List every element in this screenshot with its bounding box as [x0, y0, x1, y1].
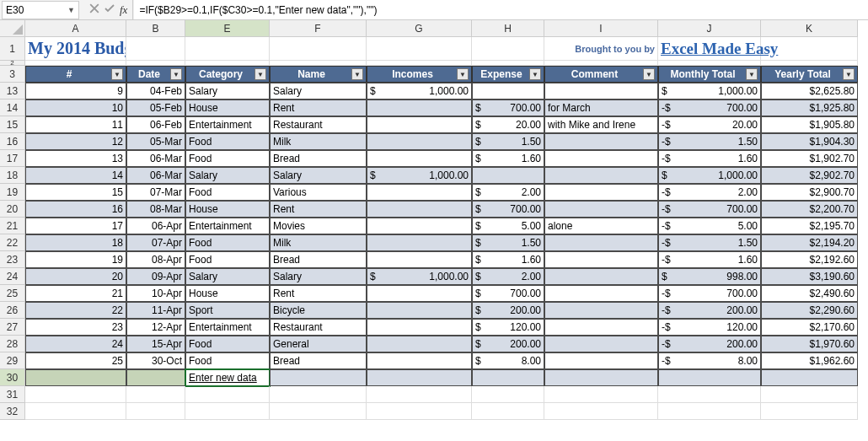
- header-expense[interactable]: Expense▼: [472, 66, 544, 83]
- cell-comment[interactable]: [544, 251, 658, 268]
- formula-input[interactable]: =IF($B29>=0.1,IF($C30>=0.1,"Enter new da…: [133, 0, 868, 19]
- row-header[interactable]: 15: [0, 116, 25, 133]
- cell-expense[interactable]: $1.50: [472, 234, 544, 251]
- cell-income[interactable]: [367, 133, 472, 150]
- cell-expense[interactable]: $120.00: [472, 319, 544, 336]
- cell-date[interactable]: 06-Mar: [126, 150, 185, 167]
- cell-expense[interactable]: $1.60: [472, 150, 544, 167]
- row-header-31[interactable]: 31: [0, 386, 25, 403]
- cell-num[interactable]: 21: [25, 285, 126, 302]
- cell-H1[interactable]: [472, 37, 544, 61]
- row-header[interactable]: 22: [0, 234, 25, 251]
- cell-expense[interactable]: $700.00: [472, 201, 544, 218]
- cell-name[interactable]: Milk: [270, 234, 367, 251]
- cell-income[interactable]: [367, 116, 472, 133]
- cell-income[interactable]: [367, 218, 472, 234]
- cell-J32[interactable]: [658, 403, 761, 420]
- cell-expense[interactable]: $8.00: [472, 352, 544, 369]
- cell-name[interactable]: General: [270, 336, 367, 352]
- header-monthly[interactable]: Monthly Total▼: [658, 66, 761, 83]
- cell-num[interactable]: 17: [25, 218, 126, 234]
- name-box-dropdown-icon[interactable]: ▼: [67, 6, 75, 14]
- cell-monthly[interactable]: -$5.00: [658, 218, 761, 234]
- filter-comment-icon[interactable]: ▼: [643, 68, 655, 80]
- cell-category[interactable]: Food: [185, 352, 270, 369]
- cell-expense[interactable]: $20.00: [472, 116, 544, 133]
- cell-num[interactable]: 14: [25, 167, 126, 184]
- cell-date[interactable]: 15-Apr: [126, 336, 185, 352]
- cell-num[interactable]: 22: [25, 302, 126, 319]
- row-header[interactable]: 28: [0, 336, 25, 352]
- col-header-B[interactable]: B: [126, 20, 185, 37]
- cell-date[interactable]: 05-Feb: [126, 99, 185, 116]
- cell-category[interactable]: Salary: [185, 83, 270, 99]
- cell-income[interactable]: [367, 285, 472, 302]
- cell-category[interactable]: Food: [185, 150, 270, 167]
- row-header[interactable]: 26: [0, 302, 25, 319]
- cell-num[interactable]: 13: [25, 150, 126, 167]
- row-header[interactable]: 24: [0, 268, 25, 285]
- cell-income[interactable]: [367, 319, 472, 336]
- cell-category[interactable]: Entertainment: [185, 116, 270, 133]
- col-header-A[interactable]: A: [25, 20, 126, 37]
- cell-G1[interactable]: [367, 37, 472, 61]
- cell-F30[interactable]: [270, 369, 367, 386]
- cell-date[interactable]: 06-Feb: [126, 116, 185, 133]
- cell-yearly[interactable]: $2,195.70: [761, 218, 858, 234]
- col-header-E[interactable]: E: [185, 20, 270, 37]
- cell-monthly[interactable]: -$20.00: [658, 116, 761, 133]
- cell-comment[interactable]: [544, 150, 658, 167]
- cell-category[interactable]: Food: [185, 336, 270, 352]
- header-comment[interactable]: Comment▼: [544, 66, 658, 83]
- row-header[interactable]: 21: [0, 218, 25, 234]
- row-header[interactable]: 13: [0, 83, 25, 99]
- cell-income[interactable]: [367, 352, 472, 369]
- col-header-H[interactable]: H: [472, 20, 544, 37]
- cell-category[interactable]: Food: [185, 133, 270, 150]
- cell-monthly[interactable]: $998.00: [658, 268, 761, 285]
- cell-income[interactable]: $1,000.00: [367, 83, 472, 99]
- cell-expense[interactable]: $1.60: [472, 251, 544, 268]
- filter-num-icon[interactable]: ▼: [111, 68, 123, 80]
- cell-name[interactable]: Movies: [270, 218, 367, 234]
- cell-E1[interactable]: [185, 37, 270, 61]
- cell-G30[interactable]: [367, 369, 472, 386]
- cell-income[interactable]: [367, 234, 472, 251]
- cell-yearly[interactable]: $1,905.80: [761, 116, 858, 133]
- cell-monthly[interactable]: -$200.00: [658, 336, 761, 352]
- cell-category[interactable]: Food: [185, 184, 270, 201]
- cell-category[interactable]: House: [185, 99, 270, 116]
- cell-category[interactable]: House: [185, 285, 270, 302]
- cell-date[interactable]: 05-Mar: [126, 133, 185, 150]
- cell-monthly[interactable]: -$1.60: [658, 150, 761, 167]
- row-header-3[interactable]: 3: [0, 66, 25, 83]
- cell-yearly[interactable]: $1,925.80: [761, 99, 858, 116]
- cell-date[interactable]: 11-Apr: [126, 302, 185, 319]
- row-header[interactable]: 19: [0, 184, 25, 201]
- cell-comment[interactable]: [544, 285, 658, 302]
- cell-date[interactable]: 06-Mar: [126, 167, 185, 184]
- row-header[interactable]: 18: [0, 167, 25, 184]
- cell-H32[interactable]: [472, 403, 544, 420]
- row-header[interactable]: 17: [0, 150, 25, 167]
- cell-yearly[interactable]: $2,200.70: [761, 201, 858, 218]
- cell-A32[interactable]: [25, 403, 126, 420]
- cell-name[interactable]: Rent: [270, 201, 367, 218]
- cell-J31[interactable]: [658, 386, 761, 403]
- col-header-F[interactable]: F: [270, 20, 367, 37]
- cell-num[interactable]: 24: [25, 336, 126, 352]
- cell-comment[interactable]: alone: [544, 218, 658, 234]
- cell-G31[interactable]: [367, 386, 472, 403]
- cell-yearly[interactable]: $1,970.60: [761, 336, 858, 352]
- cell-monthly[interactable]: $1,000.00: [658, 83, 761, 99]
- cell-I31[interactable]: [544, 386, 658, 403]
- cell-E32[interactable]: [185, 403, 270, 420]
- cell-K31[interactable]: [761, 386, 858, 403]
- cell-monthly[interactable]: -$200.00: [658, 302, 761, 319]
- cell-B30[interactable]: [126, 369, 185, 386]
- cell-income[interactable]: [367, 184, 472, 201]
- cell-K30[interactable]: [761, 369, 858, 386]
- cell-yearly[interactable]: $2,192.60: [761, 251, 858, 268]
- row-header[interactable]: 27: [0, 319, 25, 336]
- cell-E31[interactable]: [185, 386, 270, 403]
